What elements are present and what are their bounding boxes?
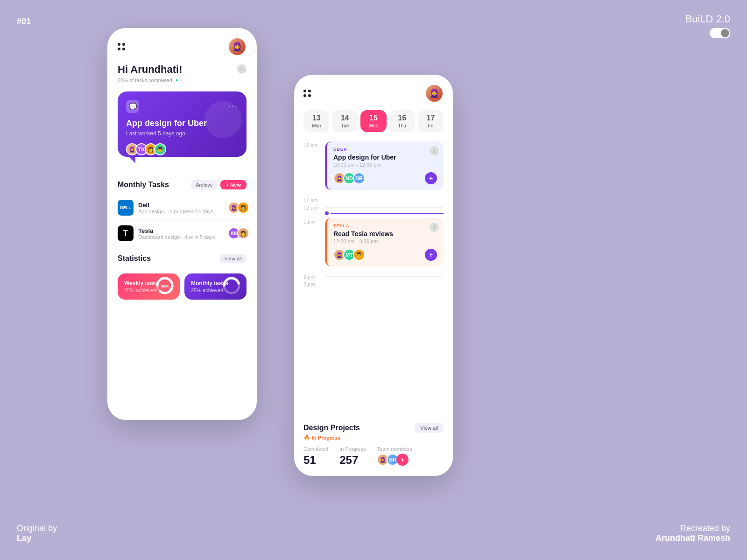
dp-team: Team members 🧕 BR + xyxy=(377,446,412,467)
team-more[interactable]: + xyxy=(396,454,409,466)
uber-info-btn[interactable]: i xyxy=(430,146,439,155)
dot xyxy=(303,90,306,92)
tesla-logo: T xyxy=(118,225,134,241)
uber-footer: 🧕 ND BR + xyxy=(333,172,437,184)
dp-inprogress-label: In Progress xyxy=(339,446,366,452)
tesla-info-btn[interactable]: i xyxy=(430,223,439,232)
dp-inprogress-num: 257 xyxy=(339,454,366,467)
avatar-4: 👦 xyxy=(154,143,166,155)
greeting-text: Hi Arundhati! xyxy=(118,63,183,76)
p2-menu-icon[interactable] xyxy=(303,90,311,97)
calendar-strip: 13 Mon 14 Tue 15 Wed 16 Thu 17 Fri xyxy=(303,110,444,132)
time-3pm: 3 pm xyxy=(303,280,321,287)
phone1-header: 🧕 xyxy=(118,37,247,56)
dot xyxy=(118,48,120,50)
info-icon[interactable]: i xyxy=(237,64,247,74)
dp-badge: 🔥 In Progress xyxy=(303,434,444,441)
dell-avatars: 🧕 👩 xyxy=(228,202,247,214)
dp-stats: Completed 51 In Progress 257 Team member… xyxy=(303,446,444,467)
dot xyxy=(122,48,125,50)
weekly-stat-card: Weekly tasks 25% achieved 86% xyxy=(118,273,180,300)
dot xyxy=(308,94,311,97)
dot xyxy=(122,43,125,46)
dp-header-row: Design Projects View all xyxy=(303,423,444,433)
tesla-tag: TESLA xyxy=(333,224,437,228)
card-avatars: 🧕 TK 👩 👦 xyxy=(126,143,238,155)
cal-day-wed[interactable]: 15 Wed xyxy=(360,110,386,132)
tesla-avatars: 🧕 MT 👨 xyxy=(333,249,363,261)
avatar-tesla-2: 👩 xyxy=(237,227,249,239)
credit-original: Original by Lay xyxy=(17,524,57,543)
monthly-stat-card: Monthly tasks 25% achieved xyxy=(184,273,247,300)
uber-avatar-3: BR xyxy=(353,172,365,184)
label-number: #01 xyxy=(17,17,31,27)
user-avatar[interactable]: 🧕 xyxy=(228,37,247,56)
tesla-footer: 🧕 MT 👨 + xyxy=(333,249,437,261)
dot xyxy=(118,43,120,46)
dp-title: Design Projects xyxy=(303,424,360,432)
active-project-card[interactable]: 💬 ··· App design for Uber Last worked 5 … xyxy=(118,91,247,157)
statistics-title: Statistics xyxy=(118,254,151,263)
tesla-event-card[interactable]: i TESLA Read Tesla reviews 12:30 pm - 3:… xyxy=(325,218,444,266)
theme-toggle[interactable] xyxy=(710,28,730,38)
task-item-dell[interactable]: DELL Dell App design - in progress 14 da… xyxy=(118,195,247,221)
phone2-header: 🧕 xyxy=(303,84,444,103)
time-12pm: 12 pm xyxy=(303,204,321,210)
menu-icon[interactable] xyxy=(118,43,125,50)
time-2pm: 2 pm xyxy=(303,273,321,280)
dp-completed-label: Completed xyxy=(303,446,328,452)
dp-completed: Completed 51 xyxy=(303,446,328,467)
time-10am: 10 am xyxy=(303,141,321,148)
time-1pm: 1 pm xyxy=(303,218,321,224)
dp-team-label: Team members xyxy=(377,446,412,452)
uber-add-btn[interactable]: + xyxy=(425,172,437,184)
card-bubble-tail xyxy=(129,157,135,163)
monthly-tasks-title: Monthly Tasks xyxy=(118,181,169,189)
dot xyxy=(303,94,306,97)
stats-cards: Weekly tasks 25% achieved 86% Monthly ta… xyxy=(118,273,247,300)
design-projects-section: Design Projects View all 🔥 In Progress C… xyxy=(303,423,444,467)
dell-logo: DELL xyxy=(118,200,134,216)
current-time-indicator xyxy=(325,211,444,215)
uber-tag: UBER xyxy=(333,147,437,152)
tesla-avatars: AK 👩 xyxy=(228,227,247,239)
time-11am: 11 am xyxy=(303,196,321,203)
dp-completed-num: 51 xyxy=(303,454,328,467)
task-item-tesla[interactable]: T Tesla Dashboard design - due in 5 days… xyxy=(118,221,247,246)
progress-row: 20% of tasks completed xyxy=(118,77,183,83)
uber-event-card[interactable]: i UBER App design for Uber 10:00 am - 12… xyxy=(325,141,444,190)
progress-bar-outer xyxy=(176,79,183,81)
monthly-tasks-header: Monthly Tasks Archive + New xyxy=(118,180,247,189)
cal-day-tue[interactable]: 14 Tue xyxy=(332,110,358,132)
svg-text:86%: 86% xyxy=(161,284,169,288)
card-subtitle: Last worked 5 days ago xyxy=(126,130,238,137)
dell-info: Dell App design - in progress 14 days xyxy=(138,202,223,214)
phone-right: 🧕 13 Mon 14 Tue 15 Wed 16 Thu 17 Fri xyxy=(294,75,453,476)
team-avatars: 🧕 BR + xyxy=(377,454,412,466)
view-all-stats-button[interactable]: View all xyxy=(219,254,247,263)
uber-event-time: 10:00 am - 12:00 pm xyxy=(333,162,437,168)
time-dot xyxy=(325,211,329,215)
cal-day-mon[interactable]: 13 Mon xyxy=(303,110,329,132)
monthly-donut xyxy=(221,275,242,298)
dp-in-progress: In Progress 257 xyxy=(339,446,366,467)
tesla-add-btn[interactable]: + xyxy=(425,249,437,261)
tesla-avatar-3: 👨 xyxy=(353,249,365,261)
view-all-projects-button[interactable]: View all xyxy=(415,423,444,433)
toggle-knob xyxy=(721,29,729,37)
p2-user-avatar[interactable]: 🧕 xyxy=(425,84,444,103)
cal-day-fri[interactable]: 17 Fri xyxy=(418,110,444,132)
new-task-button[interactable]: + New xyxy=(220,180,247,189)
phone-left: 🧕 Hi Arundhati! 20% of tasks completed i… xyxy=(107,28,257,420)
archive-button[interactable]: Archive xyxy=(191,180,218,189)
tesla-event-time: 12:30 pm - 3:00 pm xyxy=(333,238,437,244)
weekly-donut: 86% xyxy=(155,275,175,298)
card-tag-icon: 💬 xyxy=(126,100,139,113)
cal-day-thu[interactable]: 16 Thu xyxy=(389,110,415,132)
avatar-dell-2: 👩 xyxy=(237,202,249,214)
tesla-info: Tesla Dashboard design - due in 5 days xyxy=(138,227,223,240)
dot xyxy=(308,90,311,92)
uber-avatars: 🧕 ND BR xyxy=(333,172,363,184)
brand-label: BuiLD 2.0 xyxy=(685,13,730,38)
statistics-header: Statistics View all xyxy=(118,254,247,263)
